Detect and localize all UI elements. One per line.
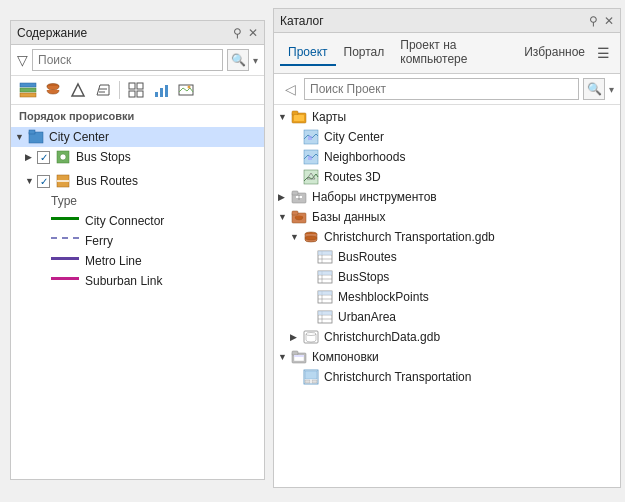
- image-btn[interactable]: [175, 79, 197, 101]
- layer-list-btn[interactable]: [17, 79, 39, 101]
- cat-item-christchurch-transport[interactable]: Christchurch Transportation: [274, 367, 620, 387]
- grid-btn[interactable]: [125, 79, 147, 101]
- svg-rect-54: [318, 291, 332, 295]
- pin-icon-catalog[interactable]: ⚲: [589, 14, 598, 28]
- pin-icon[interactable]: ⚲: [233, 26, 242, 40]
- maps-folder-icon: [290, 109, 308, 125]
- table-icon-bus-stops: [316, 269, 334, 285]
- tab-portal[interactable]: Портал: [336, 40, 393, 66]
- close-icon[interactable]: ✕: [248, 26, 258, 40]
- catalog-panel: Каталог ⚲ ✕ Проект Портал Проект на комп…: [273, 8, 621, 488]
- expand-city-center[interactable]: [15, 132, 27, 142]
- type-label: Type: [51, 194, 77, 208]
- tree-item-metro-line[interactable]: Metro Line: [11, 251, 264, 271]
- tree-item-city-connector[interactable]: City Connector: [11, 211, 264, 231]
- cat-item-christchurch-data-gdb[interactable]: ChristchurchData.gdb: [274, 327, 620, 347]
- cat-item-routes-3d[interactable]: Routes 3D: [274, 167, 620, 187]
- svg-rect-44: [318, 251, 332, 255]
- cat-item-databases[interactable]: Базы данных: [274, 207, 620, 227]
- contents-panel: Содержание ⚲ ✕ ▽ 🔍 ▾: [10, 20, 265, 480]
- tab-favorites[interactable]: Избранное: [516, 40, 593, 66]
- catalog-search-input[interactable]: [304, 78, 579, 100]
- catalog-search-button[interactable]: 🔍: [583, 78, 605, 100]
- contents-search-button[interactable]: 🔍: [227, 49, 249, 71]
- svg-rect-32: [292, 191, 298, 195]
- edit-btn[interactable]: [92, 79, 114, 101]
- expand-layouts[interactable]: [278, 352, 290, 362]
- tree-item-suburban-link[interactable]: Suburban Link: [11, 271, 264, 291]
- layout-icon: [302, 369, 320, 385]
- city-connector-label: City Connector: [85, 214, 164, 228]
- cat-item-meshblock[interactable]: MeshblockPoints: [274, 287, 620, 307]
- cat-item-maps[interactable]: Карты: [274, 107, 620, 127]
- filter-icon[interactable]: ▽: [17, 52, 28, 68]
- cat-item-city-center[interactable]: City Center: [274, 127, 620, 147]
- catalog-search-dropdown[interactable]: ▾: [609, 84, 614, 95]
- expand-bus-stops[interactable]: [25, 152, 37, 162]
- gdb-icon: [302, 229, 320, 245]
- expand-toolboxes[interactable]: [278, 192, 290, 202]
- tree-item-city-center[interactable]: City Center: [11, 127, 264, 147]
- svg-rect-8: [137, 83, 143, 89]
- bus-routes-checkbox[interactable]: [37, 175, 50, 188]
- tab-project[interactable]: Проект: [280, 40, 336, 66]
- svg-rect-10: [137, 91, 143, 97]
- svg-rect-0: [20, 83, 36, 87]
- catalog-menu-icon[interactable]: ☰: [593, 41, 614, 65]
- vector-btn[interactable]: [67, 79, 89, 101]
- expand-bus-routes[interactable]: [25, 176, 37, 186]
- cat-item-christchurch-gdb[interactable]: Christchurch Transportation.gdb: [274, 227, 620, 247]
- svg-rect-67: [305, 371, 317, 379]
- contents-panel-header: Содержание ⚲ ✕: [11, 21, 264, 45]
- meshblock-label: MeshblockPoints: [338, 290, 429, 304]
- catalog-tree: Карты City Center: [274, 105, 620, 487]
- christchurch-data-gdb-label: ChristchurchData.gdb: [324, 330, 440, 344]
- tab-computer[interactable]: Проект на компьютере: [392, 33, 516, 73]
- expand-christchurch-data-gdb[interactable]: [290, 332, 302, 342]
- group-icon: [27, 129, 45, 145]
- contents-search-input[interactable]: [32, 49, 223, 71]
- svg-rect-69: [312, 380, 317, 383]
- bus-stops-checkbox[interactable]: [37, 151, 50, 164]
- contents-tree: City Center Bus Stops: [11, 125, 264, 479]
- tree-item-bus-routes[interactable]: Bus Routes: [11, 171, 264, 191]
- contents-search-dropdown[interactable]: ▾: [253, 55, 258, 66]
- catalog-panel-header: Каталог ⚲ ✕: [274, 9, 620, 33]
- database-btn[interactable]: [42, 79, 64, 101]
- svg-point-39: [305, 236, 317, 240]
- city-connector-legend: [51, 217, 79, 229]
- tree-item-ferry[interactable]: Ferry: [11, 231, 264, 251]
- svg-rect-28: [308, 156, 312, 160]
- catalog-tabs: Проект Портал Проект на компьютере Избра…: [274, 33, 620, 74]
- cat-item-urban-area[interactable]: UrbanArea: [274, 307, 620, 327]
- contents-panel-title: Содержание: [17, 26, 87, 40]
- close-icon-catalog[interactable]: ✕: [604, 14, 614, 28]
- cat-item-bus-routes-db[interactable]: BusRoutes: [274, 247, 620, 267]
- tree-item-bus-stops[interactable]: Bus Stops: [11, 147, 264, 167]
- bus-stops-db-label: BusStops: [338, 270, 389, 284]
- cat-item-toolboxes[interactable]: Наборы инструментов: [274, 187, 620, 207]
- cat-item-bus-stops-db[interactable]: BusStops: [274, 267, 620, 287]
- cat-item-neighborhoods[interactable]: Neighborhoods: [274, 147, 620, 167]
- map-icon-city-center: [302, 129, 320, 145]
- svg-rect-63: [292, 351, 298, 355]
- svg-rect-17: [29, 130, 35, 134]
- metro-line-legend: [51, 257, 79, 269]
- expand-databases[interactable]: [278, 212, 290, 222]
- ferry-label: Ferry: [85, 234, 113, 248]
- svg-rect-9: [129, 91, 135, 97]
- databases-label: Базы данных: [312, 210, 385, 224]
- bus-routes-db-label: BusRoutes: [338, 250, 397, 264]
- expand-christchurch-gdb[interactable]: [290, 232, 302, 242]
- svg-rect-36: [292, 211, 298, 215]
- tree-item-type-label: Type: [11, 191, 264, 211]
- urban-area-label: UrbanArea: [338, 310, 396, 324]
- chart-btn[interactable]: [150, 79, 172, 101]
- databases-folder-icon: [290, 209, 308, 225]
- catalog-panel-title: Каталог: [280, 14, 324, 28]
- back-button[interactable]: ◁: [280, 81, 300, 97]
- contents-panel-controls: ⚲ ✕: [233, 26, 258, 40]
- expand-maps[interactable]: [278, 112, 290, 122]
- cat-item-layouts[interactable]: Компоновки: [274, 347, 620, 367]
- gdb-icon-data: [302, 329, 320, 345]
